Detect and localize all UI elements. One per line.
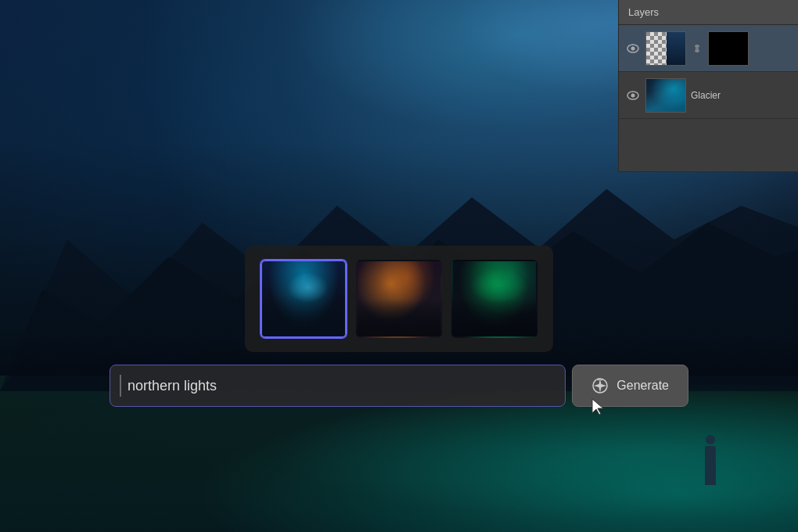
generation-container: Generate	[110, 246, 688, 407]
layers-title: Layers	[628, 6, 659, 18]
svg-point-4	[631, 46, 635, 50]
prompt-input[interactable]	[128, 378, 555, 394]
layer-2-name: Glacier	[691, 90, 792, 101]
layer-2-visibility-icon[interactable]	[625, 88, 641, 103]
layer-row-2[interactable]: Glacier	[619, 72, 798, 119]
generate-icon	[591, 377, 609, 394]
layers-panel: Layers Glacier	[618, 0, 798, 172]
layer-row-1[interactable]	[619, 25, 798, 72]
layer-1-visibility-icon[interactable]	[625, 41, 641, 56]
prompt-wrapper	[110, 365, 566, 407]
generation-thumbnails-row	[245, 246, 553, 352]
layers-panel-header: Layers	[619, 0, 798, 25]
svg-point-6	[631, 93, 635, 97]
person-silhouette	[705, 446, 716, 485]
layer-1-link-icon	[691, 42, 703, 55]
gen-thumb-2[interactable]	[356, 260, 442, 338]
layer-2-thumbnail	[645, 78, 686, 113]
layer-1-mask	[708, 31, 749, 66]
input-row: Generate	[110, 365, 688, 407]
generate-button[interactable]: Generate	[572, 365, 688, 407]
prompt-divider	[120, 375, 121, 397]
layer-1-thumbnail	[645, 31, 686, 66]
generate-button-label: Generate	[616, 379, 669, 393]
gen-thumb-3[interactable]	[451, 260, 537, 338]
gen-thumb-1[interactable]	[261, 260, 347, 338]
